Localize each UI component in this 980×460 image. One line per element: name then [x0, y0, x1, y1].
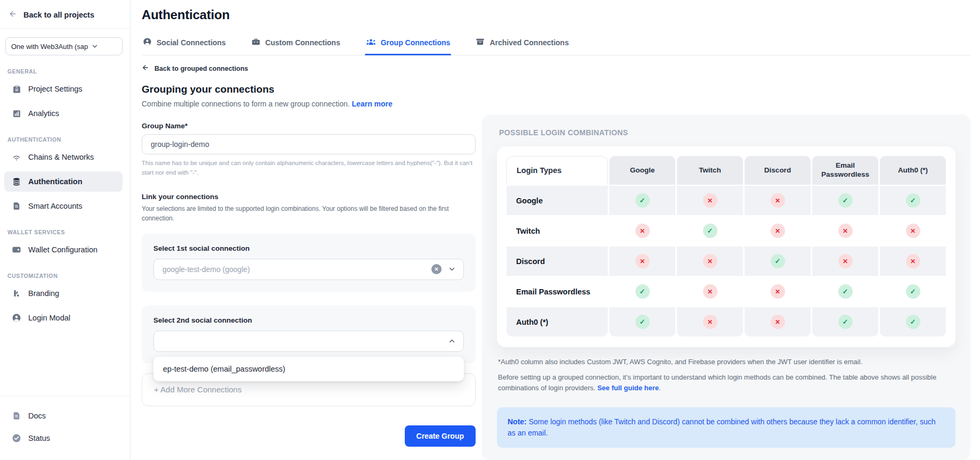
- combination-cell: ✓: [812, 277, 878, 306]
- login-combinations-panel: POSSIBLE LOGIN COMBINATIONS Login TypesG…: [482, 114, 970, 460]
- section-label-general: GENERAL: [7, 68, 130, 75]
- sidebar-item-chains-networks[interactable]: Chains & Networks: [4, 147, 123, 167]
- column-header: Auth0 (*): [880, 156, 946, 185]
- create-group-button[interactable]: Create Group: [405, 425, 476, 447]
- clipboard-icon: [12, 84, 21, 94]
- combination-cell: ✕: [745, 186, 811, 215]
- person-icon: [143, 37, 152, 48]
- tab-group-connections[interactable]: Group Connections: [365, 33, 452, 55]
- back-to-grouped-connections-link[interactable]: Back to grouped connections: [142, 64, 476, 73]
- combinations-table: Login TypesGoogleTwitchDiscordEmail Pass…: [507, 156, 946, 336]
- check-icon: ✓: [635, 284, 650, 299]
- note-prefix: Note:: [508, 417, 527, 426]
- learn-more-link[interactable]: Learn more: [352, 100, 393, 108]
- link-connections-help: Your selections are limited to the suppo…: [142, 204, 476, 223]
- combinations-table-card: Login TypesGoogleTwitchDiscordEmail Pass…: [497, 146, 956, 347]
- cross-icon: ✕: [771, 315, 785, 329]
- combination-cell: ✓: [609, 277, 675, 306]
- row-label: Auth0 (*): [507, 307, 608, 336]
- cross-icon: ✕: [906, 254, 920, 268]
- row-label: Google: [507, 186, 608, 215]
- sidebar-item-label: Wallet Configuration: [28, 245, 97, 254]
- form-heading: Grouping your connections: [142, 84, 476, 95]
- tab-custom-connections[interactable]: Custom Connections: [250, 33, 341, 55]
- project-selector[interactable]: One with Web3Auth (sap: [5, 37, 123, 55]
- sidebar-item-smart-accounts[interactable]: Smart Accounts: [4, 196, 123, 216]
- check-icon: ✓: [906, 193, 920, 208]
- combination-cell: ✓: [609, 186, 675, 215]
- check-icon: ✓: [838, 193, 853, 208]
- group-name-label: Group Name*: [142, 122, 476, 130]
- column-header: Email Passwordless: [812, 156, 878, 185]
- sidebar-item-authentication[interactable]: Authentication: [4, 171, 123, 192]
- form-description: Combine multiple connections to form a n…: [142, 100, 476, 108]
- cross-icon: ✕: [771, 284, 785, 299]
- column-header: Google: [609, 156, 675, 185]
- cross-icon: ✕: [906, 224, 920, 238]
- combination-cell: ✕: [677, 277, 743, 306]
- sidebar-item-label: Project Settings: [28, 85, 83, 93]
- sidebar-item-label: Branding: [28, 289, 59, 298]
- check-icon: ✓: [635, 193, 650, 208]
- combination-cell: ✕: [609, 247, 675, 276]
- check-circle-icon: [12, 433, 21, 443]
- row-label: Email Passwordless: [507, 277, 608, 306]
- sidebar-item-status[interactable]: Status: [4, 428, 123, 448]
- select1-value: google-test-demo (google): [162, 265, 431, 274]
- back-to-projects-link[interactable]: Back to all projects: [0, 0, 130, 29]
- group-name-help: This name has to be unique and can only …: [142, 159, 476, 178]
- sidebar-item-login-modal[interactable]: Login Modal: [4, 308, 123, 328]
- check-icon: ✓: [838, 315, 853, 329]
- combinations-title: POSSIBLE LOGIN COMBINATIONS: [499, 128, 956, 137]
- tab-archived-connections[interactable]: Archived Connections: [475, 33, 570, 55]
- sidebar-item-analytics[interactable]: Analytics: [4, 103, 123, 124]
- select1-label: Select 1st social connection: [153, 244, 464, 252]
- tab-social-connections[interactable]: Social Connections: [142, 33, 227, 55]
- row-label: Twitch: [507, 216, 608, 245]
- cross-icon: ✕: [703, 315, 717, 329]
- combination-cell: ✓: [880, 277, 946, 306]
- combination-cell: ✕: [677, 307, 743, 336]
- combination-cell: ✕: [745, 277, 811, 306]
- full-guide-link[interactable]: See full guide here: [597, 384, 659, 392]
- option-ep-test-demo[interactable]: ep-test-demo (email_passwordless): [153, 357, 464, 381]
- combination-cell: ✕: [677, 247, 743, 276]
- user-circle-icon: [12, 313, 21, 323]
- app-window: Back to all projects One with Web3Auth (…: [0, 0, 980, 460]
- group-name-input[interactable]: [142, 134, 476, 154]
- page-title: Authentication: [142, 7, 970, 22]
- project-selector-value: One with Web3Auth (sap: [11, 43, 88, 51]
- sidebar-item-branding[interactable]: Branding: [4, 283, 123, 303]
- check-icon: ✓: [906, 315, 920, 329]
- combination-cell: ✓: [880, 186, 946, 215]
- document-icon: [12, 411, 21, 421]
- clear-selection-icon[interactable]: ✕: [431, 264, 442, 274]
- sidebar-item-docs[interactable]: Docs: [4, 406, 123, 426]
- cross-icon: ✕: [635, 254, 650, 268]
- tab-bar: Social Connections Custom Connections Gr…: [142, 33, 970, 55]
- sidebar: Back to all projects One with Web3Auth (…: [0, 0, 130, 460]
- combination-cell: ✓: [880, 307, 946, 336]
- sidebar-item-project-settings[interactable]: Project Settings: [4, 79, 123, 99]
- file-icon: [12, 201, 21, 211]
- sidebar-item-label: Smart Accounts: [28, 202, 83, 210]
- sidebar-item-wallet-configuration[interactable]: Wallet Configuration: [4, 240, 123, 260]
- select2-dropdown[interactable]: [153, 331, 464, 352]
- check-icon: ✓: [771, 254, 785, 268]
- combination-cell: ✕: [677, 186, 743, 215]
- wallet-icon: [12, 245, 21, 254]
- combination-cell: ✓: [812, 186, 878, 215]
- cross-icon: ✕: [838, 224, 853, 238]
- check-icon: ✓: [635, 315, 650, 329]
- archive-icon: [476, 37, 485, 48]
- back-to-projects-label: Back to all projects: [23, 11, 94, 19]
- combination-cell: ✕: [745, 216, 811, 245]
- cross-icon: ✕: [838, 254, 853, 268]
- select1-dropdown[interactable]: google-test-demo (google) ✕: [153, 259, 464, 280]
- group-connection-form: Back to grouped connections Grouping you…: [142, 55, 476, 447]
- section-label-customization: CUSTOMIZATION: [7, 273, 130, 279]
- link-connections-title: Link your connections: [142, 193, 476, 201]
- column-header: Twitch: [677, 156, 743, 185]
- wifi-icon: [12, 152, 21, 162]
- main-content: Authentication Social Connections Custom…: [130, 0, 980, 460]
